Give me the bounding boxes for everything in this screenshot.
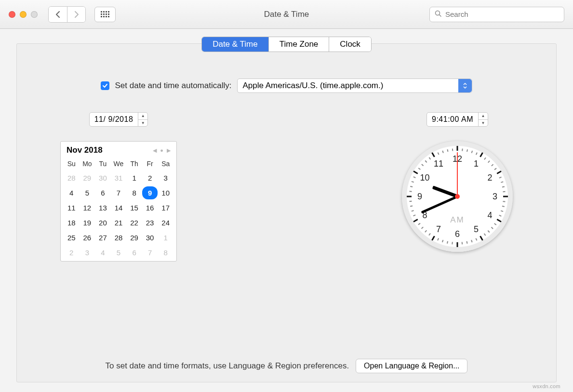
clock-hand-min	[421, 196, 458, 214]
calendar-day[interactable]: 23	[142, 216, 158, 229]
calendar-day[interactable]: 10	[158, 186, 173, 199]
search-input[interactable]	[445, 10, 559, 18]
svg-line-1	[440, 14, 441, 16]
calendar-day[interactable]: 5	[80, 186, 95, 199]
analog-clock: 121234567891011AM	[402, 141, 513, 252]
calendar-day[interactable]: 9	[142, 186, 158, 199]
dropdown-arrow-button[interactable]	[458, 79, 472, 92]
clock-tick	[409, 191, 412, 192]
time-server-value: Apple Americas/U.S. (time.apple.com.)	[238, 81, 383, 91]
clock-tick	[488, 230, 490, 233]
calendar-day[interactable]: 27	[95, 231, 111, 244]
clock-numeral: 3	[493, 192, 497, 202]
clock-tick	[502, 186, 505, 187]
search-field[interactable]	[429, 7, 564, 22]
forward-button[interactable]	[67, 7, 85, 22]
calendar-day[interactable]: 18	[64, 216, 80, 229]
tab-date-time[interactable]: Date & Time	[202, 37, 268, 52]
clock-numeral: 4	[488, 210, 493, 221]
calendar-day[interactable]: 6	[95, 186, 111, 199]
calendar-day[interactable]: 2	[142, 171, 158, 184]
calendar-day: 28	[64, 171, 80, 184]
calendar-day[interactable]: 3	[158, 171, 173, 184]
calendar-day[interactable]: 20	[95, 216, 111, 229]
calendar-day[interactable]: 11	[64, 201, 80, 214]
search-icon	[435, 10, 441, 19]
calendar-day: 30	[95, 171, 111, 184]
date-step-down[interactable]: ▼	[138, 120, 147, 127]
calendar-dow: Su	[64, 158, 80, 170]
clock-tick	[484, 233, 486, 235]
clock-tick	[421, 164, 424, 166]
calendar-day[interactable]: 7	[111, 186, 127, 199]
clock-tick	[471, 240, 473, 242]
clock-tick	[499, 177, 501, 178]
back-button[interactable]	[49, 7, 67, 22]
calendar-day[interactable]: 14	[111, 201, 127, 214]
time-step-up[interactable]: ▲	[479, 113, 488, 120]
tab-time-zone[interactable]: Time Zone	[268, 37, 329, 52]
minimize-window-button[interactable]	[20, 11, 27, 18]
calendar-day[interactable]: 30	[142, 231, 158, 244]
calendar-day[interactable]: 15	[126, 201, 142, 214]
calendar-day[interactable]: 24	[158, 216, 173, 229]
clock-hand-sec	[457, 152, 458, 196]
clock-tick	[499, 215, 501, 216]
date-value[interactable]: 11/ 9/2018	[90, 113, 138, 126]
footer-row: To set date and time formats, use Langua…	[17, 359, 556, 373]
calendar-day[interactable]: 13	[95, 201, 111, 214]
date-stepper[interactable]: 11/ 9/2018 ▲ ▼	[89, 112, 148, 127]
clock-tick	[438, 152, 439, 155]
clock-tick	[429, 157, 431, 160]
titlebar: Date & Time	[0, 0, 573, 29]
clock-tick	[501, 181, 503, 183]
open-language-region-button[interactable]: Open Language & Region...	[356, 359, 467, 373]
calendar-day[interactable]: 16	[142, 201, 158, 214]
calendar-day[interactable]: 28	[111, 231, 127, 244]
close-window-button[interactable]	[9, 11, 15, 18]
calendar-day: 31	[111, 171, 127, 184]
calendar-day[interactable]: 29	[126, 231, 142, 244]
calendar-day[interactable]: 26	[80, 231, 95, 244]
calendar-day[interactable]: 22	[126, 216, 142, 229]
show-all-button[interactable]	[94, 7, 116, 22]
clock-tick	[413, 177, 415, 178]
time-stepper[interactable]: 9:41:00 AM ▲ ▼	[426, 112, 488, 127]
calendar-today[interactable]: ●	[160, 147, 163, 153]
clock-tick	[429, 233, 431, 235]
calendar-day[interactable]: 21	[111, 216, 127, 229]
window-controls	[9, 11, 38, 18]
clock-tick	[497, 170, 502, 174]
calendar-day[interactable]: 25	[64, 231, 80, 244]
calendar[interactable]: Nov 2018 ◀ ● ▶ SuMoTuWeThFrSa28293031123…	[60, 141, 177, 261]
calendar-day[interactable]: 17	[158, 201, 173, 214]
calendar-dow: Mo	[80, 158, 95, 170]
date-column: 11/ 9/2018 ▲ ▼ Nov 2018 ◀ ● ▶	[60, 112, 177, 261]
clock-tick	[442, 151, 443, 153]
clock-tick	[413, 215, 415, 216]
calendar-dow: We	[111, 158, 127, 170]
calendar-next-month[interactable]: ▶	[167, 147, 171, 154]
calendar-day[interactable]: 1	[126, 171, 142, 184]
clock-tick	[418, 168, 421, 170]
auto-datetime-checkbox[interactable]	[101, 81, 109, 90]
calendar-dow: Th	[126, 158, 142, 170]
date-step-up[interactable]: ▲	[138, 113, 147, 120]
clock-tick	[457, 146, 458, 151]
tab-clock[interactable]: Clock	[329, 37, 371, 52]
calendar-day[interactable]: 4	[64, 186, 80, 199]
clock-tick	[466, 149, 468, 152]
calendar-day: 6	[126, 246, 142, 259]
calendar-day[interactable]: 8	[126, 186, 142, 199]
clock-tick	[476, 152, 477, 155]
time-step-down[interactable]: ▼	[479, 120, 488, 127]
calendar-day[interactable]: 12	[80, 201, 95, 214]
zoom-window-button[interactable]	[31, 11, 38, 18]
clock-tick	[425, 230, 427, 233]
time-server-dropdown[interactable]: Apple Americas/U.S. (time.apple.com.)	[237, 78, 472, 93]
clock-tick	[480, 152, 483, 157]
calendar-day[interactable]: 19	[80, 216, 95, 229]
calendar-prev-month[interactable]: ◀	[153, 147, 157, 154]
time-value[interactable]: 9:41:00 AM	[427, 113, 478, 126]
clock-tick	[488, 160, 490, 163]
